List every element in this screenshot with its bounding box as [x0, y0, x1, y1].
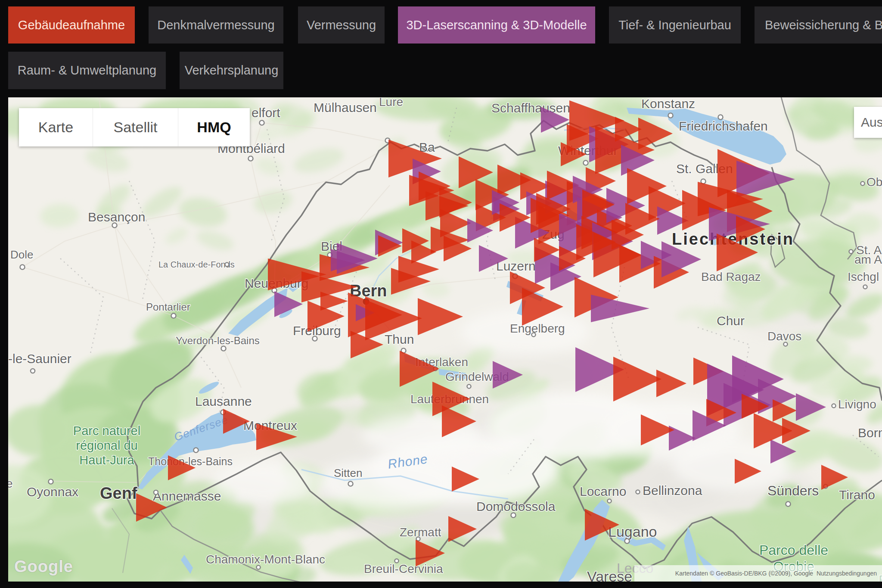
svg-text:Locarno: Locarno	[580, 484, 626, 498]
svg-text:Pontarlier: Pontarlier	[146, 301, 190, 313]
svg-text:Ischgl: Ischgl	[848, 270, 879, 283]
svg-text:Yverdon-les-Bains: Yverdon-les-Bains	[176, 335, 260, 346]
svg-text:Konstanz: Konstanz	[641, 97, 695, 111]
svg-text:Chamonix-Mont-Blanc: Chamonix-Mont-Blanc	[206, 553, 325, 566]
svg-text:Borm: Borm	[858, 426, 882, 440]
svg-text:Zermatt: Zermatt	[400, 526, 441, 539]
svg-text:Thun: Thun	[385, 332, 414, 346]
svg-text:Oyonnax: Oyonnax	[27, 485, 78, 499]
svg-text:Livigno: Livigno	[838, 398, 876, 411]
svg-text:elfort: elfort	[252, 106, 280, 120]
svg-text:Bellinzona: Bellinzona	[643, 483, 702, 498]
svg-text:Friedrichshafen: Friedrichshafen	[679, 119, 768, 133]
svg-text:Tirano: Tirano	[839, 488, 875, 502]
svg-text:Parc naturel: Parc naturel	[73, 424, 140, 438]
svg-text:Lure: Lure	[379, 97, 403, 109]
svg-text:Dole: Dole	[10, 248, 33, 261]
svg-text:Besançon: Besançon	[88, 210, 145, 224]
svg-text:Engelberg: Engelberg	[510, 322, 565, 335]
svg-text:Schaffhausen: Schaffhausen	[491, 101, 570, 115]
svg-text:Davos: Davos	[767, 330, 801, 343]
svg-text:Haut-Jura: Haut-Jura	[79, 453, 134, 467]
svg-text:La Chaux-de-Fonds: La Chaux-de-Fonds	[158, 260, 235, 269]
svg-text:Bad Ragaz: Bad Ragaz	[701, 270, 761, 283]
svg-text:Sünders: Sünders	[767, 483, 819, 498]
svg-text:Lausanne: Lausanne	[195, 394, 252, 408]
svg-text:se: se	[8, 477, 13, 490]
svg-text:Chur: Chur	[717, 314, 745, 328]
svg-text:régional du: régional du	[76, 439, 138, 452]
svg-text:Parco delle: Parco delle	[759, 542, 828, 558]
svg-text:s-le-Saunier: s-le-Saunier	[8, 352, 71, 366]
svg-text:Breuil-Cervinia: Breuil-Cervinia	[364, 562, 443, 576]
svg-text:Domodossola: Domodossola	[476, 499, 556, 513]
svg-text:Obe: Obe	[866, 175, 882, 189]
svg-text:Annemasse: Annemasse	[153, 489, 221, 503]
svg-text:am A: am A	[854, 253, 882, 266]
svg-text:Genf: Genf	[100, 484, 137, 502]
svg-text:Sitten: Sitten	[334, 467, 363, 479]
svg-text:Mülhausen: Mülhausen	[314, 100, 377, 115]
